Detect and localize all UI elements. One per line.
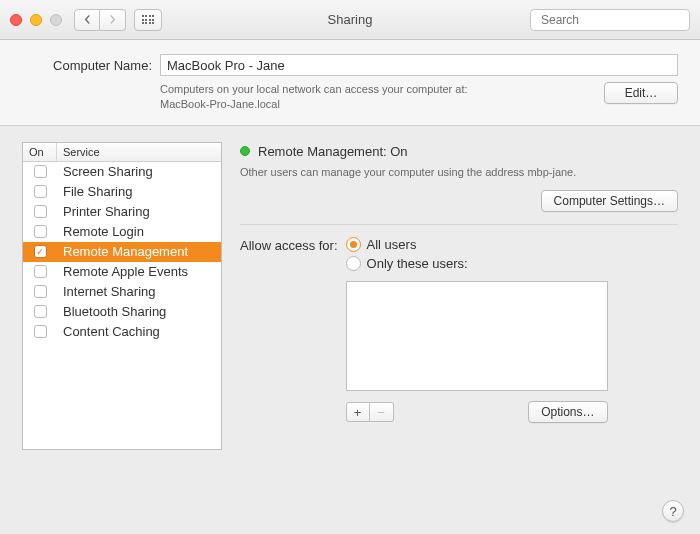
service-row[interactable]: ✓Remote Management (23, 242, 221, 262)
service-row[interactable]: Screen Sharing (23, 162, 221, 182)
separator (240, 224, 678, 225)
status-description: Other users can manage your computer usi… (240, 165, 678, 180)
close-icon[interactable] (10, 14, 22, 26)
service-row[interactable]: File Sharing (23, 182, 221, 202)
service-label: Remote Management (57, 244, 221, 259)
service-label: File Sharing (57, 184, 221, 199)
radio-all-users-label: All users (367, 237, 417, 252)
show-all-button[interactable] (134, 9, 162, 31)
options-button[interactable]: Options… (528, 401, 607, 423)
service-label: Screen Sharing (57, 164, 221, 179)
chevron-left-icon (83, 15, 92, 24)
service-label: Bluetooth Sharing (57, 304, 221, 319)
service-label: Remote Apple Events (57, 264, 221, 279)
service-checkbox[interactable] (34, 305, 47, 318)
minimize-icon[interactable] (30, 14, 42, 26)
service-row[interactable]: Content Caching (23, 322, 221, 342)
zoom-icon (50, 14, 62, 26)
service-checkbox[interactable] (34, 225, 47, 238)
search-field[interactable] (530, 9, 690, 31)
service-checkbox[interactable] (34, 325, 47, 338)
nav-buttons (74, 9, 126, 31)
service-checkbox[interactable] (34, 165, 47, 178)
service-label: Content Caching (57, 324, 221, 339)
service-row[interactable]: Remote Apple Events (23, 262, 221, 282)
radio-only-users-label: Only these users: (367, 256, 468, 271)
forward-button[interactable] (100, 9, 126, 31)
radio-only-users[interactable]: Only these users: (346, 256, 608, 271)
service-checkbox[interactable]: ✓ (34, 245, 47, 258)
search-input[interactable] (541, 13, 691, 27)
computer-name-section: Computer Name: Computers on your local n… (0, 40, 700, 126)
access-label: Allow access for: (240, 237, 338, 253)
status-title: Remote Management: On (258, 144, 408, 159)
computer-settings-button[interactable]: Computer Settings… (541, 190, 678, 212)
service-label: Printer Sharing (57, 204, 221, 219)
header-on[interactable]: On (23, 143, 57, 161)
service-label: Remote Login (57, 224, 221, 239)
service-detail: Remote Management: On Other users can ma… (240, 142, 678, 450)
service-label: Internet Sharing (57, 284, 221, 299)
grid-icon (142, 15, 155, 24)
service-list-header: On Service (23, 143, 221, 162)
service-row[interactable]: Bluetooth Sharing (23, 302, 221, 322)
add-user-button[interactable]: + (346, 402, 370, 422)
remove-user-button: − (370, 402, 394, 422)
header-service[interactable]: Service (57, 143, 221, 161)
computer-name-subtext: Computers on your local network can acce… (160, 82, 596, 113)
service-checkbox[interactable] (34, 205, 47, 218)
computer-name-label: Computer Name: (22, 58, 152, 73)
window-titlebar: Sharing (0, 0, 700, 40)
user-list[interactable] (346, 281, 608, 391)
help-button[interactable]: ? (662, 500, 684, 522)
service-row[interactable]: Printer Sharing (23, 202, 221, 222)
main-area: On Service Screen SharingFile SharingPri… (0, 126, 700, 466)
add-remove-group: + − (346, 402, 394, 422)
service-list-body: Screen SharingFile SharingPrinter Sharin… (23, 162, 221, 449)
radio-icon (346, 237, 361, 252)
computer-name-input[interactable] (160, 54, 678, 76)
traffic-lights (10, 14, 62, 26)
service-checkbox[interactable] (34, 185, 47, 198)
service-checkbox[interactable] (34, 285, 47, 298)
status-dot-icon (240, 146, 250, 156)
chevron-right-icon (108, 15, 117, 24)
radio-icon (346, 256, 361, 271)
radio-all-users[interactable]: All users (346, 237, 608, 252)
service-checkbox[interactable] (34, 265, 47, 278)
back-button[interactable] (74, 9, 100, 31)
service-row[interactable]: Remote Login (23, 222, 221, 242)
service-list: On Service Screen SharingFile SharingPri… (22, 142, 222, 450)
service-row[interactable]: Internet Sharing (23, 282, 221, 302)
edit-button[interactable]: Edit… (604, 82, 678, 104)
